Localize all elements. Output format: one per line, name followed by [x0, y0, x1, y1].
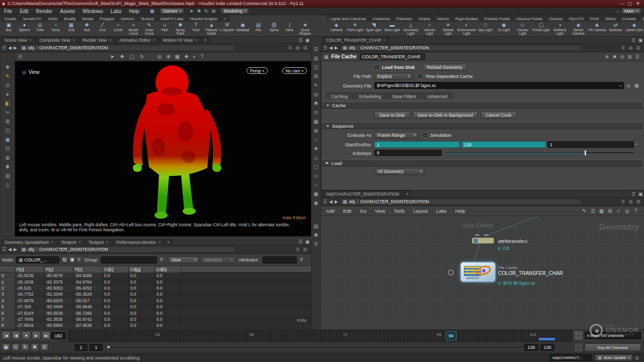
network-toolbar-icon[interactable]: ⊞ [606, 208, 614, 214]
shelf-tab[interactable]: Texture [138, 16, 157, 22]
toolbar-icon[interactable]: ✎ [6, 73, 10, 79]
back-icon[interactable]: ◀ [8, 247, 12, 252]
toolbar-icon[interactable]: ▣ [313, 191, 318, 197]
shelf-tab[interactable]: Crowds [619, 16, 639, 22]
snap-icon[interactable]: ◎ [627, 199, 634, 204]
column-header[interactable]: Cd[r] [103, 266, 129, 273]
menu-item[interactable]: Windows [82, 9, 104, 14]
node-label[interactable]: COLOR_TRANSFER_CHAR [498, 270, 563, 276]
viewport-tool-icon[interactable]: ◐ [193, 54, 196, 59]
key-button-grid[interactable] [575, 343, 583, 351]
shelf-tool[interactable]: ◈ Stereo Camera [569, 22, 588, 37]
shelf-tool[interactable]: ◥ Spot Light [364, 22, 383, 37]
attribtransfer-node[interactable] [472, 237, 494, 244]
menu-item[interactable]: Assets [59, 9, 76, 14]
shelf-tab[interactable]: Particles [393, 16, 415, 22]
toolbar-icon[interactable]: ✥ [6, 64, 10, 70]
shelf-tool[interactable]: ★ Quick Shapes [297, 22, 313, 37]
file-path-mode-dropdown[interactable]: Explicit▾ [374, 73, 413, 80]
pane-tab[interactable]: Scene View✕ [1, 37, 35, 43]
geometry-file-field[interactable]: $HIP/geo/$OS/$OS.$F.bgeo.sc ▾ [374, 82, 624, 89]
toolbar-icon[interactable]: ✚ [314, 146, 318, 151]
shelf-tab[interactable]: Terrain FX [20, 16, 44, 22]
network-menu-item[interactable]: Tools [392, 208, 406, 214]
shelf-tab[interactable]: Grains [416, 16, 434, 22]
shelf-tool[interactable]: ✚ Null [79, 22, 95, 37]
grip-icon[interactable]: ☰ [2, 247, 6, 252]
shelf-tab[interactable]: Polygon [97, 16, 117, 22]
shelf-tool[interactable]: ▲ Platonic Solids [204, 22, 219, 37]
params-tab[interactable]: Advanced [422, 93, 452, 100]
pane-maximize-icon[interactable]: ▣ [637, 38, 644, 43]
toolbar-icon[interactable]: △ [6, 182, 10, 188]
shelf-tab[interactable]: Drive Simulation [639, 16, 644, 22]
close-tab-icon[interactable]: ✕ [152, 38, 155, 42]
attributes-field[interactable] [263, 256, 297, 263]
shelf-tool[interactable]: □ Sky Light [476, 22, 495, 37]
transport-button[interactable]: ▶ [32, 331, 41, 340]
toolbar-icon[interactable]: ◎ [314, 92, 318, 97]
bypass-flag[interactable] [448, 269, 454, 276]
viewport-view-menu[interactable]: ◎ View [22, 69, 39, 75]
network-menu-item[interactable]: Add [325, 208, 336, 214]
viewport-tool-icon[interactable]: ▢ [130, 54, 134, 59]
network-menu-item[interactable]: Layout [413, 208, 429, 214]
toolbar-icon[interactable]: ▤ [313, 223, 318, 229]
menu-item[interactable]: Help [128, 9, 140, 14]
network-toolbar-icon[interactable]: ▦ [597, 208, 606, 214]
shelf-tab[interactable]: Model [79, 16, 97, 22]
params-tab[interactable]: Scheduling [354, 93, 386, 100]
cache-section-header[interactable]: ▼Cache [322, 102, 642, 109]
shelf-tool[interactable]: ✎ Draw Curve [141, 22, 157, 37]
back-icon[interactable]: ◀ [329, 45, 333, 50]
transport-button[interactable]: |◀ [2, 331, 11, 340]
toolbar-icon[interactable]: ✥ [197, 9, 201, 14]
filter-icon[interactable]: ∇ [300, 257, 303, 262]
toolbar-icon[interactable]: ◍ [6, 155, 10, 160]
add-tab-button[interactable]: + [202, 37, 209, 43]
close-tab-icon[interactable]: ✕ [195, 38, 197, 42]
path-root[interactable]: obj [28, 247, 34, 252]
toolbar-icon[interactable]: ✱ [6, 164, 10, 169]
params-header-icon[interactable]: ⊞ [626, 54, 633, 59]
menu-item[interactable]: Edit [19, 9, 29, 14]
evaluate-as-dropdown[interactable]: Frame Range▾ [374, 132, 419, 139]
close-tab-icon[interactable]: ✕ [51, 240, 53, 244]
toolbar-icon[interactable]: ▤ [5, 173, 10, 178]
snapshot-icon[interactable]: ① [286, 45, 294, 50]
context-field[interactable]: /obj/CHARACT... [549, 354, 592, 361]
cache-action-button[interactable]: Save to Disk [374, 111, 410, 119]
desktop-selector[interactable]: ⌂ Main▾ [617, 8, 641, 14]
load-dropdown[interactable]: All Geometry▾ [374, 168, 425, 175]
snapshot-icon[interactable]: ① [619, 199, 627, 204]
network-menu-item[interactable]: Labs [435, 208, 448, 214]
toolbar-icon[interactable]: ➤ [190, 9, 194, 14]
expand-icon[interactable]: ▾ [620, 84, 621, 87]
playhead[interactable]: 99 [446, 331, 456, 340]
viewport-tool-icon[interactable]: ➤ [110, 54, 114, 59]
inc-field[interactable]: 1 [547, 141, 634, 148]
pane-tab[interactable]: /obj/CHARACTER_DISINTEGRATION [323, 191, 403, 197]
shelf-tab[interactable]: Pyro FX [566, 16, 587, 22]
load-from-disk-checkbox[interactable]: ✓ [374, 65, 379, 70]
auto-update-dropdown[interactable]: ▦ Auto Update ▾ [595, 354, 633, 361]
shelf-tool[interactable]: T Font [188, 22, 204, 37]
network-toolbar-icon[interactable]: ✎ [580, 208, 589, 214]
shelf-tool[interactable]: ▢ Portal Light [532, 22, 550, 37]
simulation-checkbox[interactable]: ✓ [423, 133, 428, 138]
toolbar-icon[interactable]: ◫ [313, 64, 318, 70]
playbar-option-button[interactable]: ↻ [21, 343, 29, 351]
start-field[interactable]: 1 [374, 141, 460, 148]
cache-action-button[interactable]: Save to Disk in Background [413, 111, 478, 119]
range-slider[interactable]: ▶ [107, 343, 521, 351]
close-button[interactable]: ✕ [634, 1, 642, 6]
visualizer-badge[interactable]: Cd [503, 246, 509, 251]
column-header[interactable]: P[z] [73, 266, 103, 273]
toolbar-icon[interactable]: ⊞ [314, 73, 318, 79]
toolbar-icon[interactable]: ◧ [5, 101, 10, 106]
path-root[interactable]: obj [349, 199, 355, 204]
toolbar-icon[interactable]: ▤ [313, 55, 318, 61]
snapshot-icon[interactable]: ① [619, 45, 627, 50]
network-toolbar-icon[interactable]: ◎ [623, 208, 631, 214]
pin-icon[interactable]: ⊡ [634, 45, 642, 50]
